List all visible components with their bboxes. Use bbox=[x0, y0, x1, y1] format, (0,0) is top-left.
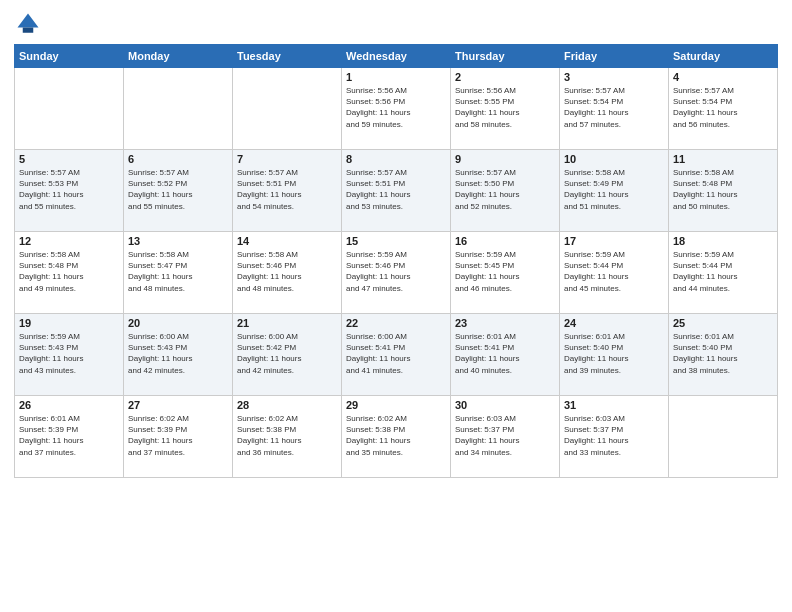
week-row-3: 12Sunrise: 5:58 AM Sunset: 5:48 PM Dayli… bbox=[15, 232, 778, 314]
day-number: 1 bbox=[346, 71, 446, 83]
day-info: Sunrise: 5:59 AM Sunset: 5:45 PM Dayligh… bbox=[455, 249, 555, 294]
day-number: 2 bbox=[455, 71, 555, 83]
col-header-tuesday: Tuesday bbox=[233, 45, 342, 68]
day-number: 19 bbox=[19, 317, 119, 329]
day-info: Sunrise: 5:58 AM Sunset: 5:47 PM Dayligh… bbox=[128, 249, 228, 294]
day-number: 24 bbox=[564, 317, 664, 329]
day-number: 20 bbox=[128, 317, 228, 329]
calendar-cell bbox=[233, 68, 342, 150]
calendar-cell: 13Sunrise: 5:58 AM Sunset: 5:47 PM Dayli… bbox=[124, 232, 233, 314]
day-info: Sunrise: 5:59 AM Sunset: 5:44 PM Dayligh… bbox=[564, 249, 664, 294]
calendar-cell: 17Sunrise: 5:59 AM Sunset: 5:44 PM Dayli… bbox=[560, 232, 669, 314]
calendar-cell: 12Sunrise: 5:58 AM Sunset: 5:48 PM Dayli… bbox=[15, 232, 124, 314]
day-info: Sunrise: 6:02 AM Sunset: 5:38 PM Dayligh… bbox=[237, 413, 337, 458]
col-header-thursday: Thursday bbox=[451, 45, 560, 68]
day-number: 28 bbox=[237, 399, 337, 411]
week-row-1: 1Sunrise: 5:56 AM Sunset: 5:56 PM Daylig… bbox=[15, 68, 778, 150]
day-number: 5 bbox=[19, 153, 119, 165]
day-number: 29 bbox=[346, 399, 446, 411]
header-row bbox=[14, 10, 778, 38]
day-info: Sunrise: 5:58 AM Sunset: 5:49 PM Dayligh… bbox=[564, 167, 664, 212]
calendar-cell: 26Sunrise: 6:01 AM Sunset: 5:39 PM Dayli… bbox=[15, 396, 124, 478]
day-number: 14 bbox=[237, 235, 337, 247]
calendar-cell: 23Sunrise: 6:01 AM Sunset: 5:41 PM Dayli… bbox=[451, 314, 560, 396]
day-info: Sunrise: 6:03 AM Sunset: 5:37 PM Dayligh… bbox=[564, 413, 664, 458]
day-info: Sunrise: 6:00 AM Sunset: 5:42 PM Dayligh… bbox=[237, 331, 337, 376]
calendar-cell bbox=[124, 68, 233, 150]
day-info: Sunrise: 5:59 AM Sunset: 5:43 PM Dayligh… bbox=[19, 331, 119, 376]
day-number: 23 bbox=[455, 317, 555, 329]
day-number: 13 bbox=[128, 235, 228, 247]
calendar-cell: 15Sunrise: 5:59 AM Sunset: 5:46 PM Dayli… bbox=[342, 232, 451, 314]
day-number: 15 bbox=[346, 235, 446, 247]
day-number: 9 bbox=[455, 153, 555, 165]
calendar-cell: 31Sunrise: 6:03 AM Sunset: 5:37 PM Dayli… bbox=[560, 396, 669, 478]
day-info: Sunrise: 6:01 AM Sunset: 5:40 PM Dayligh… bbox=[673, 331, 773, 376]
day-info: Sunrise: 5:56 AM Sunset: 5:56 PM Dayligh… bbox=[346, 85, 446, 130]
calendar-cell: 19Sunrise: 5:59 AM Sunset: 5:43 PM Dayli… bbox=[15, 314, 124, 396]
calendar-cell: 27Sunrise: 6:02 AM Sunset: 5:39 PM Dayli… bbox=[124, 396, 233, 478]
calendar-cell bbox=[15, 68, 124, 150]
day-info: Sunrise: 6:00 AM Sunset: 5:41 PM Dayligh… bbox=[346, 331, 446, 376]
day-number: 6 bbox=[128, 153, 228, 165]
calendar-cell: 5Sunrise: 5:57 AM Sunset: 5:53 PM Daylig… bbox=[15, 150, 124, 232]
col-header-sunday: Sunday bbox=[15, 45, 124, 68]
day-number: 7 bbox=[237, 153, 337, 165]
calendar-cell: 30Sunrise: 6:03 AM Sunset: 5:37 PM Dayli… bbox=[451, 396, 560, 478]
week-row-4: 19Sunrise: 5:59 AM Sunset: 5:43 PM Dayli… bbox=[15, 314, 778, 396]
calendar-cell: 24Sunrise: 6:01 AM Sunset: 5:40 PM Dayli… bbox=[560, 314, 669, 396]
calendar-cell: 18Sunrise: 5:59 AM Sunset: 5:44 PM Dayli… bbox=[669, 232, 778, 314]
day-number: 3 bbox=[564, 71, 664, 83]
day-info: Sunrise: 5:59 AM Sunset: 5:44 PM Dayligh… bbox=[673, 249, 773, 294]
day-info: Sunrise: 5:57 AM Sunset: 5:50 PM Dayligh… bbox=[455, 167, 555, 212]
calendar-cell: 28Sunrise: 6:02 AM Sunset: 5:38 PM Dayli… bbox=[233, 396, 342, 478]
day-info: Sunrise: 6:02 AM Sunset: 5:38 PM Dayligh… bbox=[346, 413, 446, 458]
day-info: Sunrise: 5:57 AM Sunset: 5:51 PM Dayligh… bbox=[237, 167, 337, 212]
calendar-cell: 7Sunrise: 5:57 AM Sunset: 5:51 PM Daylig… bbox=[233, 150, 342, 232]
day-info: Sunrise: 5:57 AM Sunset: 5:51 PM Dayligh… bbox=[346, 167, 446, 212]
day-info: Sunrise: 5:57 AM Sunset: 5:54 PM Dayligh… bbox=[564, 85, 664, 130]
col-header-monday: Monday bbox=[124, 45, 233, 68]
day-number: 8 bbox=[346, 153, 446, 165]
day-number: 17 bbox=[564, 235, 664, 247]
col-header-friday: Friday bbox=[560, 45, 669, 68]
calendar-cell: 2Sunrise: 5:56 AM Sunset: 5:55 PM Daylig… bbox=[451, 68, 560, 150]
calendar-cell: 8Sunrise: 5:57 AM Sunset: 5:51 PM Daylig… bbox=[342, 150, 451, 232]
svg-marker-0 bbox=[18, 14, 39, 28]
week-row-5: 26Sunrise: 6:01 AM Sunset: 5:39 PM Dayli… bbox=[15, 396, 778, 478]
calendar-cell: 20Sunrise: 6:00 AM Sunset: 5:43 PM Dayli… bbox=[124, 314, 233, 396]
day-info: Sunrise: 6:01 AM Sunset: 5:39 PM Dayligh… bbox=[19, 413, 119, 458]
day-info: Sunrise: 5:57 AM Sunset: 5:52 PM Dayligh… bbox=[128, 167, 228, 212]
day-number: 12 bbox=[19, 235, 119, 247]
calendar-cell: 6Sunrise: 5:57 AM Sunset: 5:52 PM Daylig… bbox=[124, 150, 233, 232]
svg-rect-1 bbox=[23, 28, 34, 33]
day-info: Sunrise: 5:57 AM Sunset: 5:53 PM Dayligh… bbox=[19, 167, 119, 212]
day-info: Sunrise: 6:01 AM Sunset: 5:41 PM Dayligh… bbox=[455, 331, 555, 376]
day-number: 16 bbox=[455, 235, 555, 247]
calendar-cell: 21Sunrise: 6:00 AM Sunset: 5:42 PM Dayli… bbox=[233, 314, 342, 396]
day-info: Sunrise: 5:57 AM Sunset: 5:54 PM Dayligh… bbox=[673, 85, 773, 130]
day-number: 22 bbox=[346, 317, 446, 329]
day-number: 30 bbox=[455, 399, 555, 411]
calendar-cell: 11Sunrise: 5:58 AM Sunset: 5:48 PM Dayli… bbox=[669, 150, 778, 232]
calendar-table: SundayMondayTuesdayWednesdayThursdayFrid… bbox=[14, 44, 778, 478]
day-number: 18 bbox=[673, 235, 773, 247]
day-number: 11 bbox=[673, 153, 773, 165]
day-number: 21 bbox=[237, 317, 337, 329]
week-row-2: 5Sunrise: 5:57 AM Sunset: 5:53 PM Daylig… bbox=[15, 150, 778, 232]
day-info: Sunrise: 6:01 AM Sunset: 5:40 PM Dayligh… bbox=[564, 331, 664, 376]
page-container: SundayMondayTuesdayWednesdayThursdayFrid… bbox=[0, 0, 792, 484]
col-header-saturday: Saturday bbox=[669, 45, 778, 68]
col-header-wednesday: Wednesday bbox=[342, 45, 451, 68]
calendar-cell: 14Sunrise: 5:58 AM Sunset: 5:46 PM Dayli… bbox=[233, 232, 342, 314]
day-info: Sunrise: 5:59 AM Sunset: 5:46 PM Dayligh… bbox=[346, 249, 446, 294]
calendar-cell: 29Sunrise: 6:02 AM Sunset: 5:38 PM Dayli… bbox=[342, 396, 451, 478]
day-number: 10 bbox=[564, 153, 664, 165]
day-number: 25 bbox=[673, 317, 773, 329]
logo-icon bbox=[14, 10, 42, 38]
day-info: Sunrise: 5:58 AM Sunset: 5:46 PM Dayligh… bbox=[237, 249, 337, 294]
calendar-cell bbox=[669, 396, 778, 478]
day-number: 27 bbox=[128, 399, 228, 411]
calendar-cell: 1Sunrise: 5:56 AM Sunset: 5:56 PM Daylig… bbox=[342, 68, 451, 150]
calendar-cell: 9Sunrise: 5:57 AM Sunset: 5:50 PM Daylig… bbox=[451, 150, 560, 232]
